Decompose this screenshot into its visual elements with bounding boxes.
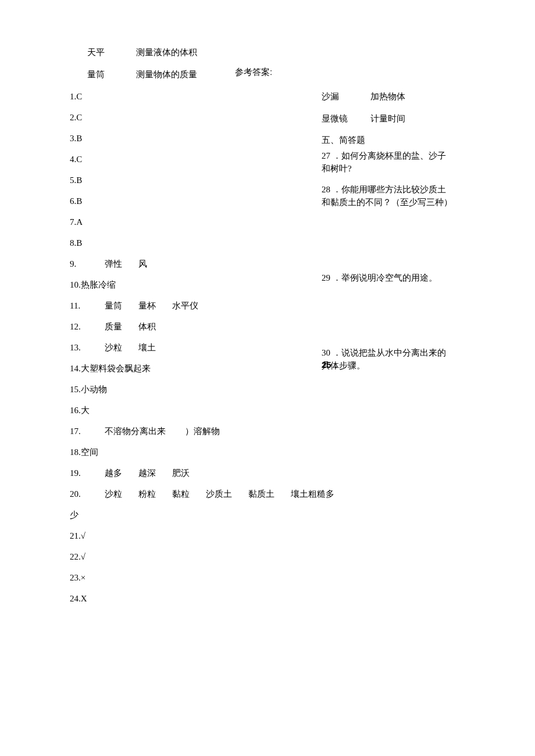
answer-cell: 10.热胀冷缩: [70, 274, 116, 295]
answer-cell: 弹性: [105, 253, 122, 274]
answer-cell: 黏粒: [172, 483, 190, 504]
answer-cell: 不溶物分离出来: [105, 421, 169, 442]
answer-row: 11. 量筒 量杯 水平仪: [70, 295, 465, 316]
text-row: 沙漏 加热物体: [322, 90, 452, 103]
answer-cell: 12.: [70, 316, 105, 337]
answer-cell: 量筒: [105, 295, 122, 316]
answer-cell: 6.B: [70, 191, 105, 212]
cell: 测量物体的质量: [136, 70, 197, 79]
answer-row: 16.大: [70, 400, 465, 421]
answer-cell: 19.: [70, 463, 105, 483]
answer-row: 19. 越多 越深 肥沃: [70, 463, 465, 483]
answer-cell: 21.√: [70, 525, 85, 546]
answer-row: 17. 不溶物分离出来 ）溶解物: [70, 421, 465, 442]
answer-cell: 18.空间: [70, 442, 98, 463]
cell: 量筒: [87, 68, 134, 81]
answer-cell: 水平仪: [172, 295, 198, 316]
answer-cell: 越多: [105, 463, 122, 483]
answer-row: 8.B: [70, 232, 465, 253]
answer-cell: 24.X: [70, 588, 87, 609]
section-heading: 五、简答题: [322, 134, 452, 147]
answer-cell: 体积: [138, 316, 156, 337]
answer-cell: 3.B: [70, 128, 105, 149]
answer-cell: 7.A: [70, 212, 105, 232]
answer-row: 少: [70, 504, 465, 525]
answer-cell: 11.: [70, 295, 105, 316]
answer-cell: 越深: [138, 463, 156, 483]
question-30: 30 ．说说把盐从水中分离出来的具体步骤。: [322, 346, 452, 372]
answer-cell: 15.小动物: [70, 379, 107, 400]
answer-cell: 沙粒: [105, 483, 122, 504]
answer-cell: 肥沃: [172, 463, 190, 483]
answer-cell: 17.: [70, 421, 105, 442]
answer-row: 21.√: [70, 525, 465, 546]
answer-cell: 沙粒: [105, 337, 122, 358]
answer-row: 23.×: [70, 567, 465, 588]
answer-row: 12. 质量 体积: [70, 316, 465, 337]
answer-cell: 少: [70, 504, 79, 525]
cell: 沙漏: [322, 90, 368, 103]
answer-cell: 13.: [70, 337, 105, 358]
cell: 测量液体的体积: [136, 48, 197, 57]
answer-key-heading: 参考答案:: [235, 66, 272, 79]
answer-cell: 4.C: [70, 149, 105, 170]
answer-row: 24.X: [70, 588, 465, 609]
cell: 天平: [87, 46, 134, 59]
answer-cell: 2.C: [70, 107, 105, 128]
answer-cell: 黏质土: [248, 483, 274, 504]
question-29: 29 ．举例说明冷空气的用途。: [322, 271, 452, 284]
answer-row: 20. 沙粒 粉粒 黏粒 沙质土 黏质土 壤土粗糙多: [70, 483, 465, 504]
answer-cell: 14.大塑料袋会飘起来: [70, 358, 151, 379]
answer-cell: 质量: [105, 316, 122, 337]
answer-cell: 9.: [70, 253, 105, 274]
answer-cell: 壤土: [138, 337, 156, 358]
answer-cell: 1.C: [70, 86, 105, 107]
answer-cell: 粉粒: [138, 483, 156, 504]
text-row: 天平 测量液体的体积: [70, 46, 465, 59]
answer-cell: 5.B: [70, 170, 105, 191]
answer-row: 7.A: [70, 212, 465, 232]
text-row: 显微镜 计量时间: [322, 112, 452, 126]
answer-cell: 23.×: [70, 567, 85, 588]
answer-cell: 8.B: [70, 232, 105, 253]
question-27: 27 ．如何分离烧杯里的盐、沙子和树叶?: [322, 149, 452, 175]
answer-cell: 20.: [70, 483, 105, 504]
answer-cell: 壤土粗糙多: [291, 483, 334, 504]
answer-cell: ）溶解物: [185, 421, 220, 442]
answer-row: 15.小动物: [70, 379, 465, 400]
overlap-25-label: 25．: [322, 359, 340, 372]
answer-cell: 22.√: [70, 546, 85, 567]
answer-cell: 风: [138, 253, 147, 274]
cell: 加热物体: [370, 92, 405, 101]
answer-cell: 16.大: [70, 400, 90, 421]
answer-row: 18.空间: [70, 442, 465, 463]
cell: 显微镜: [322, 112, 368, 126]
answer-cell: 量杯: [138, 295, 156, 316]
question-28: 28 ．你能用哪些方法比较沙质土和黏质土的不同？（至少写三种）: [322, 183, 452, 209]
answer-cell: 沙质土: [206, 483, 232, 504]
answer-row: 22.√: [70, 546, 465, 567]
matching-right-group: 沙漏 加热物体 显微镜 计量时间: [322, 90, 452, 125]
cell: 计量时间: [370, 114, 405, 123]
